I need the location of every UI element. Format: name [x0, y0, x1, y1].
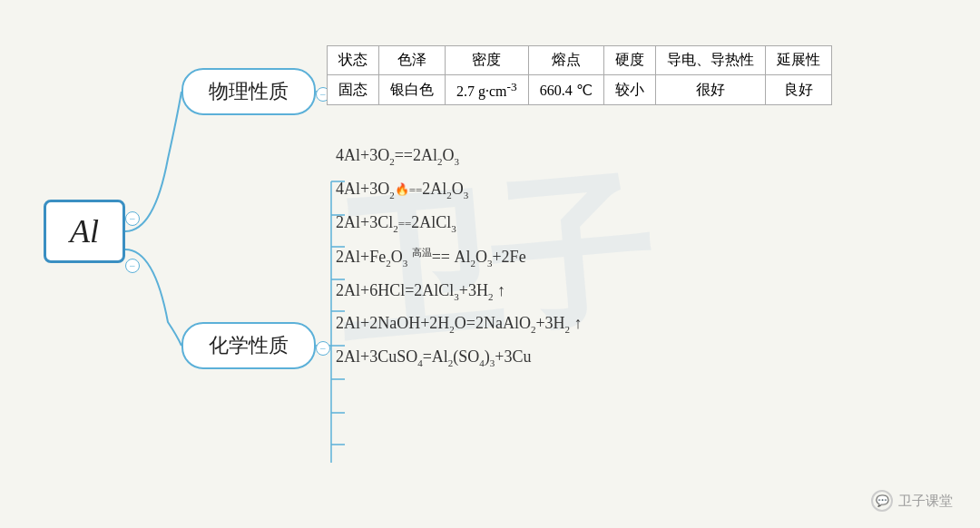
table-cell-ductility: 良好 — [765, 75, 831, 105]
al-collapse-bottom-icon[interactable]: − — [125, 259, 140, 273]
equation-3: 2Al+3Cl2==2AlCl3 — [336, 212, 583, 235]
equation-1: 4Al+3O2==2Al2O3 — [336, 145, 583, 168]
table-cell-density: 2.7 g·cm-3 — [446, 75, 529, 105]
table-cell-meltingpoint: 660.4 ℃ — [528, 75, 603, 105]
table-header-ductility: 延展性 — [765, 46, 831, 75]
equation-5: 2Al+6HCl=2AlCl3+3H2 ↑ — [336, 280, 583, 303]
logo-text: 卫子课堂 — [898, 493, 953, 510]
table-header-conductivity: 导电、导热性 — [655, 46, 765, 75]
equation-7: 2Al+3CuSO4=Al2(SO4)3+3Cu — [336, 347, 583, 369]
table-cell-color: 银白色 — [379, 75, 446, 105]
table-header-density: 密度 — [446, 46, 529, 75]
table-cell-state: 固态 — [328, 75, 379, 105]
table-header-state: 状态 — [328, 46, 379, 75]
chemistry-collapse-icon[interactable]: − — [316, 341, 330, 356]
table-header-hardness: 硬度 — [603, 46, 655, 75]
main-container: 卫子 Al 物理性质 化学性质 − − − − — [0, 0, 980, 528]
physics-label: 物理性质 — [209, 78, 289, 105]
table-header-meltingpoint: 熔点 — [528, 46, 603, 75]
table-header-color: 色泽 — [379, 46, 446, 75]
equation-6: 2Al+2NaOH+2H2O=2NaAlO2+3H2 ↑ — [336, 313, 583, 336]
physics-node: 物理性质 — [181, 68, 316, 115]
equation-2: 4Al+3O2🔥==2Al2O3 — [336, 179, 583, 201]
al-label: Al — [70, 212, 99, 250]
logo: 💬 卫子课堂 — [871, 490, 953, 512]
table-cell-hardness: 较小 — [603, 75, 655, 105]
physics-table: 状态 色泽 密度 熔点 硬度 导电、导热性 延展性 固态 银白色 2.7 g·c… — [327, 45, 832, 105]
logo-icon: 💬 — [871, 490, 893, 512]
equations-container: 4Al+3O2==2Al2O3 4Al+3O2🔥==2Al2O3 2Al+3Cl… — [336, 145, 583, 369]
al-node: Al — [44, 200, 125, 263]
chemistry-label: 化学性质 — [209, 332, 289, 359]
table-cell-conductivity: 很好 — [655, 75, 765, 105]
al-collapse-top-icon[interactable]: − — [125, 211, 140, 226]
equation-4: 2Al+Fe2O3 高温== Al2O3+2Fe — [336, 246, 583, 269]
chemistry-node: 化学性质 — [181, 322, 316, 369]
